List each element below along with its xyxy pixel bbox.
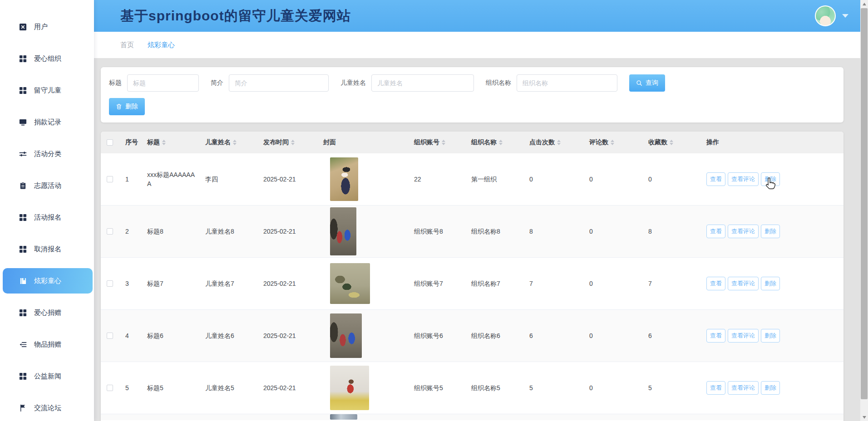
cell-clicks: 6 (523, 310, 583, 362)
filter-label: 简介 (211, 79, 223, 87)
scrollbar-up-arrow[interactable] (860, 0, 868, 8)
cell-favorites: 8 (642, 206, 700, 257)
sidebar-item-label: 活动报名 (34, 213, 61, 222)
cell-org-name: 组织名称7 (465, 258, 523, 309)
sidebar-item[interactable]: 物品捐赠 (0, 328, 94, 360)
list-icon (19, 341, 27, 348)
sidebar-item[interactable]: 公益新闻 (0, 360, 94, 392)
column-header[interactable]: 标题 (141, 132, 199, 153)
view-button[interactable]: 查看 (706, 329, 725, 343)
view-comments-button[interactable]: 查看评论 (728, 172, 759, 186)
sort-icon[interactable] (557, 140, 561, 145)
cell-actions: 查看 查看评论 删除 (700, 310, 843, 362)
delete-button[interactable]: 删除 (109, 98, 145, 115)
row-checkbox[interactable] (107, 333, 113, 339)
cell-title: 标题5 (141, 362, 199, 414)
sidebar-item[interactable]: 爱心组织 (0, 43, 94, 74)
cover-image (330, 157, 358, 201)
flag-icon (19, 404, 27, 412)
view-button[interactable]: 查看 (706, 381, 725, 395)
sort-icon[interactable] (442, 140, 445, 145)
table-header-row: 序号 标题 儿童姓名 发布时间 封面 组织账号 组织名称 点击次数 评论数 收藏… (101, 132, 843, 153)
sort-icon[interactable] (499, 140, 503, 145)
cell-org-name: 第一组织 (465, 153, 523, 205)
column-header[interactable]: 组织账号 (408, 132, 465, 153)
sidebar-item[interactable]: 交流论坛 (0, 392, 94, 421)
column-header[interactable]: 组织名称 (465, 132, 523, 153)
cell-child-name: 儿童姓名5 (199, 362, 257, 414)
sidebar-item[interactable]: 活动报名 (0, 201, 94, 233)
delete-row-button[interactable]: 删除 (761, 172, 780, 186)
delete-row-button[interactable]: 删除 (761, 381, 780, 395)
view-comments-button[interactable]: 查看评论 (728, 381, 759, 395)
toolbar-row: 删除 (109, 98, 835, 115)
cell-comments: 0 (583, 153, 642, 205)
sidebar-item[interactable]: 取消报名 (0, 233, 94, 265)
sort-icon[interactable] (233, 140, 237, 145)
cell-favorites: 0 (642, 153, 700, 205)
delete-row-button[interactable]: 删除 (761, 329, 780, 343)
cell-publish-date: 2025-02-21 (257, 153, 317, 205)
table-row: 5 标题5 儿童姓名5 2025-02-21 组织账号5 组织名称5 5 0 5… (101, 362, 843, 414)
search-button[interactable]: 查询 (629, 74, 665, 92)
clipboard-icon (19, 182, 27, 190)
sort-icon[interactable] (611, 140, 614, 145)
cell-actions: 查看 查看评论 删除 (700, 206, 843, 257)
view-button[interactable]: 查看 (706, 277, 725, 290)
cell-publish-date: 2025-02-21 (257, 310, 317, 362)
breadcrumb-home[interactable]: 首页 (120, 41, 134, 49)
column-header[interactable]: 收藏数 (642, 132, 700, 153)
select-all-checkbox[interactable] (107, 139, 113, 146)
row-checkbox[interactable] (107, 176, 113, 182)
breadcrumb: 首页 炫彩童心 (94, 32, 860, 58)
cell-org-name: 组织名称8 (465, 206, 523, 257)
delete-row-button[interactable]: 删除 (761, 225, 780, 238)
filter-input[interactable] (127, 74, 199, 92)
scrollbar-thumb[interactable] (861, 8, 868, 399)
header-right (815, 5, 848, 26)
sidebar-item-label: 取消报名 (34, 245, 61, 254)
view-comments-button[interactable]: 查看评论 (728, 277, 759, 290)
column-header[interactable]: 评论数 (583, 132, 642, 153)
filter-input[interactable] (229, 74, 329, 92)
row-checkbox[interactable] (107, 228, 113, 235)
scrollbar-down-arrow[interactable] (860, 413, 868, 421)
cell-index: 2 (119, 206, 141, 257)
row-checkbox[interactable] (107, 385, 113, 391)
column-header[interactable]: 儿童姓名 (199, 132, 257, 153)
sidebar: 用户 爱心组织 留守儿童 捐款记录 活动分类 志愿活动 活动报名 取消报名 炫彩… (0, 0, 94, 421)
filter-label: 标题 (109, 79, 122, 87)
main-area: 基于springboot的留守儿童关爱网站 首页 炫彩童心 标题 简介 儿童姓名… (94, 0, 860, 421)
sidebar-item[interactable]: 志愿活动 (0, 170, 94, 201)
chevron-down-icon[interactable] (842, 14, 848, 18)
view-comments-button[interactable]: 查看评论 (728, 225, 759, 238)
sidebar-item[interactable]: 捐款记录 (0, 106, 94, 138)
sidebar-item[interactable]: 炫彩童心 (3, 268, 93, 294)
cell-title: 标题6 (141, 310, 199, 362)
cell-clicks: 0 (523, 153, 583, 205)
sidebar-item[interactable]: 爱心捐赠 (0, 297, 94, 328)
view-button[interactable]: 查看 (706, 225, 725, 238)
search-icon (636, 80, 642, 86)
sidebar-item[interactable]: 活动分类 (0, 138, 94, 170)
view-button[interactable]: 查看 (706, 172, 725, 186)
delete-row-button[interactable]: 删除 (761, 277, 780, 290)
cell-clicks: 8 (523, 206, 583, 257)
view-comments-button[interactable]: 查看评论 (728, 329, 759, 343)
column-header[interactable]: 发布时间 (257, 132, 317, 153)
cell-org-name: 组织名称5 (465, 362, 523, 414)
sidebar-item[interactable]: 用户 (0, 11, 94, 43)
cell-index: 1 (119, 153, 141, 205)
user-avatar[interactable] (815, 5, 836, 26)
column-header[interactable]: 点击次数 (523, 132, 583, 153)
filter-input[interactable] (517, 74, 617, 92)
row-checkbox[interactable] (107, 280, 113, 287)
sort-icon[interactable] (291, 140, 295, 145)
cell-index: 4 (119, 310, 141, 362)
sort-icon[interactable] (162, 140, 166, 145)
cell-index: 5 (119, 362, 141, 414)
sort-icon[interactable] (670, 140, 673, 145)
sidebar-item[interactable]: 留守儿童 (0, 74, 94, 106)
filter-input[interactable] (371, 74, 474, 92)
grid-icon (19, 214, 27, 221)
